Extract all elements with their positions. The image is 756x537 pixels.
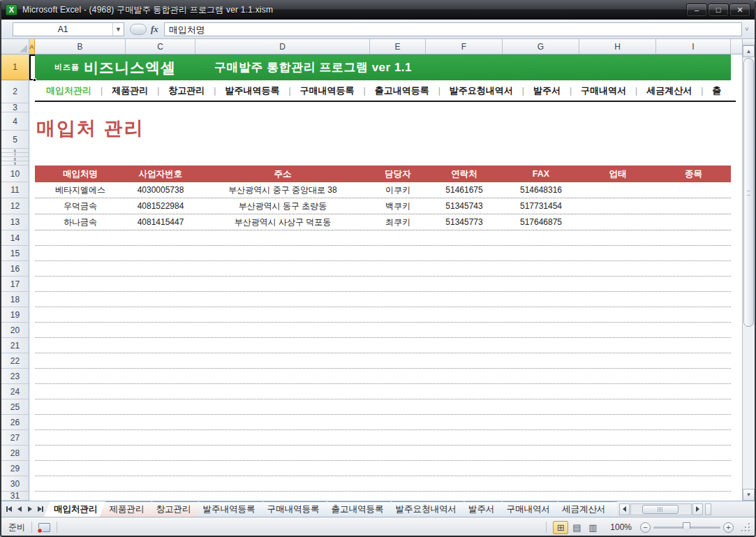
table-cell[interactable]: 부산광역시 사상구 덕포동 [195,216,370,228]
vertical-scroll-thumb[interactable] [743,58,754,327]
table-cell[interactable]: 4081415447 [126,217,195,227]
title-bar[interactable]: X Microsoft Excel - (4968) 구매발주 통합관리 프로그… [1,0,755,20]
column-header-G[interactable]: G [503,39,579,54]
table-cell[interactable]: 부산광역시 중구 중앙대로 38 [195,184,370,196]
page-layout-view-icon[interactable]: ▤ [569,521,584,534]
vertical-scroll-track[interactable] [743,328,755,489]
zoom-slider-thumb[interactable] [683,522,690,533]
row-header-15[interactable]: 15 [1,246,29,261]
formula-input[interactable]: 매입처명 [164,22,742,36]
table-cell[interactable]: 51461675 [426,185,503,195]
row-header-12[interactable]: 12 [1,198,29,214]
row-header-25[interactable]: 25 [1,399,29,415]
sheet-tab-4[interactable]: 발주내역등록 [193,501,262,517]
row-header-11[interactable]: 11 [1,182,29,198]
horizontal-scroll-thumb[interactable] [642,505,679,514]
scroll-down-icon[interactable]: ▼ [743,489,755,501]
sheet-tab-6[interactable]: 출고내역등록 [322,501,391,517]
name-box[interactable]: A1 ▼ [13,22,124,36]
table-row[interactable]: 하나금속4081415447부산광역시 사상구 덕포동최쿠키5134577351… [35,214,731,230]
row-header-13[interactable]: 13 [1,214,29,230]
column-header-A[interactable]: A [29,39,35,54]
menu-item-11[interactable]: 출 [712,84,721,97]
last-sheet-button[interactable] [36,504,45,515]
row-header-14[interactable]: 14 [1,230,29,246]
table-cell[interactable]: 백쿠키 [370,200,426,212]
sheet-tab-9[interactable]: 구매내역서 [497,501,558,517]
menu-item-10[interactable]: 세금계산서 [646,84,692,97]
sheet-tab-2[interactable]: 제품관리 [100,501,151,517]
resize-grip[interactable] [741,522,750,532]
minimize-button[interactable]: – [686,3,707,17]
insert-function-icon[interactable]: fx [151,24,158,35]
menu-item-5[interactable]: 구매내역등록 [300,84,355,97]
column-header-I[interactable]: I [656,39,731,54]
row-header-20[interactable]: 20 [1,323,29,338]
menu-item-7[interactable]: 발주요청내역서 [450,84,513,97]
table-cell[interactable]: 부산광역시 동구 초량동 [195,200,370,212]
row-header-31[interactable]: 31 [1,492,29,501]
tab-split-handle[interactable] [705,503,711,515]
table-cell[interactable]: 베타지엘에스 [35,184,126,196]
row-header-18[interactable]: 18 [1,292,29,307]
formula-bar-expand-icon[interactable]: ˅ [742,26,752,33]
row-header-4[interactable]: 4 [1,112,29,131]
table-cell[interactable]: 이쿠키 [370,184,426,196]
column-header-F[interactable]: F [426,39,503,54]
row-header-27[interactable]: 27 [1,430,29,446]
row-header-22[interactable]: 22 [1,353,29,369]
tab-scroll-left-icon[interactable] [619,503,630,515]
next-sheet-button[interactable] [25,504,34,515]
row-header-26[interactable]: 26 [1,415,29,430]
menu-item-6[interactable]: 출고내역등록 [375,84,429,97]
horizontal-scroll-track[interactable] [630,503,692,515]
sheet-tab-7[interactable]: 발주요청내역서 [386,501,464,517]
row-header-23[interactable]: 23 [1,369,29,384]
scroll-up-icon[interactable]: ▲ [743,45,755,57]
table-cell[interactable]: 51345743 [426,201,503,211]
page-break-view-icon[interactable]: ▥ [585,521,600,534]
zoom-in-button[interactable]: + [723,522,734,533]
row-header-24[interactable]: 24 [1,384,29,399]
zoom-slider-track[interactable] [653,527,720,529]
sheet-tab-1[interactable]: 매입처관리 [44,501,105,517]
first-sheet-button[interactable] [4,504,13,515]
zoom-level[interactable]: 100% [610,522,632,532]
prev-sheet-button[interactable] [15,504,24,515]
tab-scroll-right-icon[interactable] [692,503,703,515]
row-header-3[interactable]: 3 [1,103,29,112]
row-header-10[interactable]: 10 [1,165,29,182]
table-cell[interactable]: 514648316 [503,185,579,195]
row-header-1[interactable]: 1 [1,54,29,80]
table-cell[interactable]: 우덕금속 [35,200,126,212]
row-header-16[interactable]: 16 [1,261,29,277]
normal-view-icon[interactable]: ⊞ [553,521,568,534]
menu-item-2[interactable]: 제품관리 [112,84,148,97]
name-box-dropdown-icon[interactable]: ▼ [112,23,124,36]
row-header-28[interactable]: 28 [1,446,29,461]
row-header-29[interactable]: 29 [1,461,29,476]
sheet-tab-3[interactable]: 창고관리 [147,501,198,517]
table-cell[interactable]: 최쿠키 [370,216,426,228]
row-header-2[interactable]: 2 [1,80,29,103]
table-cell[interactable]: 하나금속 [35,216,126,228]
column-header-B[interactable]: B [35,39,126,54]
column-header-E[interactable]: E [370,39,426,54]
menu-item-4[interactable]: 발주내역등록 [225,84,279,97]
table-cell[interactable]: 517646875 [503,217,579,227]
table-row[interactable]: 우덕금속4081522984부산광역시 동구 초량동백쿠키51345743517… [35,198,731,214]
row-header-19[interactable]: 19 [1,307,29,323]
close-button[interactable]: ✕ [729,3,750,17]
sheet-tab-10[interactable]: 세금계산서 [552,501,613,517]
table-cell[interactable]: 51345773 [426,217,503,227]
menu-item-3[interactable]: 창고관리 [168,84,205,97]
sheet-tab-5[interactable]: 구매내역등록 [258,501,327,517]
row-header-17[interactable]: 17 [1,277,29,292]
column-header-H[interactable]: H [579,39,656,54]
table-row[interactable]: 베타지엘에스4030005738부산광역시 중구 중앙대로 38이쿠키51461… [35,182,731,198]
macro-record-icon[interactable] [38,523,50,532]
row-header-21[interactable]: 21 [1,338,29,353]
maximize-button[interactable]: □ [708,3,729,17]
menu-item-9[interactable]: 구매내역서 [581,84,626,97]
row-header-30[interactable]: 30 [1,476,29,492]
